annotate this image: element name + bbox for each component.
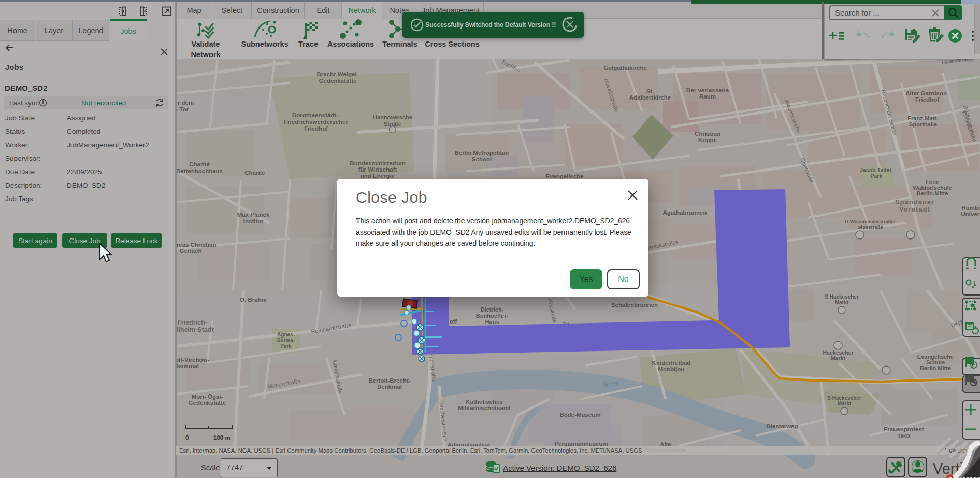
svg-text:0: 0 [185, 434, 189, 441]
svg-text:100 m: 100 m [213, 434, 230, 441]
